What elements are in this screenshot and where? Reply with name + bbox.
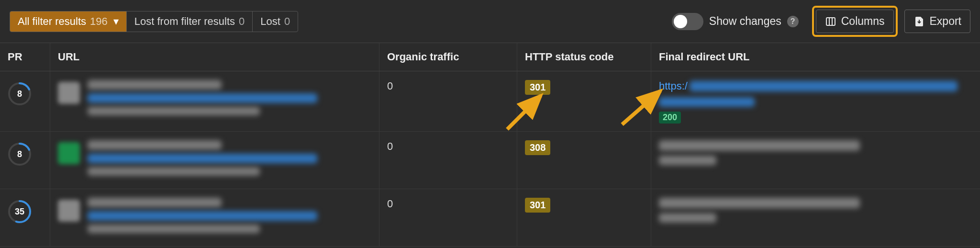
show-changes-control: Show changes ? (672, 13, 799, 30)
columns-button[interactable]: Columns (816, 10, 894, 33)
cell-traffic: 0 (379, 71, 517, 131)
filter-tabs: All filter results196▾Lost from filter r… (10, 11, 298, 32)
filter-tab-label: All filter results (18, 15, 86, 28)
col-header-url[interactable]: URL (50, 43, 379, 71)
pr-ring: 8 (8, 142, 32, 166)
redirect-url-redacted (659, 213, 716, 223)
help-icon[interactable]: ? (787, 16, 799, 27)
cell-url[interactable] (50, 71, 379, 131)
show-changes-toggle[interactable] (672, 13, 703, 30)
columns-icon (825, 16, 836, 27)
table-row: 35 0301 (0, 189, 980, 247)
filter-tab-count: 196 (90, 15, 108, 28)
chevron-down-icon: ▾ (113, 15, 119, 28)
redirect-url-redacted (659, 140, 860, 151)
columns-button-label: Columns (841, 15, 885, 28)
url-meta-redacted (88, 167, 260, 176)
cell-redirect-url[interactable] (651, 132, 980, 189)
cell-redirect-url[interactable] (651, 189, 980, 246)
url-title-redacted (88, 198, 222, 207)
pr-ring: 8 (8, 82, 32, 106)
url-meta-redacted (88, 107, 260, 115)
status-badge: 200 (659, 112, 681, 124)
redirect-url-redacted (659, 97, 755, 107)
filter-tab-label: Lost from filter results (134, 15, 235, 28)
filter-tab[interactable]: All filter results196▾ (10, 11, 127, 32)
url-link-redacted (88, 154, 317, 163)
results-table: PR URL Organic traffic HTTP status code … (0, 43, 980, 247)
favicon (58, 200, 80, 222)
redirect-url-redacted (690, 81, 958, 91)
url-link-redacted (88, 93, 317, 103)
columns-button-highlight: Columns (812, 6, 898, 37)
status-badge: 301 (525, 198, 550, 213)
export-button[interactable]: Export (904, 10, 970, 33)
redirect-url-redacted (659, 198, 860, 208)
cell-http-status: 308 (517, 132, 651, 189)
table-body: 8 0301https:/200 8 0308 35 0301 (0, 71, 980, 247)
pr-value: 35 (15, 207, 24, 217)
cell-traffic: 0 (379, 189, 517, 246)
url-title-redacted (88, 140, 222, 150)
cell-pr: 8 (0, 71, 50, 131)
favicon (58, 142, 80, 164)
url-title-redacted (88, 80, 222, 90)
filter-tab-count: 0 (284, 15, 290, 28)
pr-value: 8 (17, 149, 22, 159)
filter-tab[interactable]: Lost from filter results0 (127, 11, 253, 32)
filter-tab-label: Lost (260, 15, 280, 28)
pr-ring: 35 (8, 200, 32, 224)
cell-redirect-url[interactable]: https:/200 (651, 71, 980, 131)
export-button-label: Export (930, 15, 961, 28)
download-file-icon (913, 16, 925, 27)
url-link-redacted (88, 211, 317, 221)
table-row: 8 0308 (0, 132, 980, 189)
table-header: PR URL Organic traffic HTTP status code … (0, 43, 980, 71)
table-row: 8 0301https:/200 (0, 71, 980, 132)
cell-url[interactable] (50, 132, 379, 189)
cell-traffic: 0 (379, 132, 517, 189)
filter-tab[interactable]: Lost0 (253, 11, 298, 32)
url-meta-redacted (88, 225, 260, 233)
show-changes-label: Show changes (709, 15, 781, 28)
pr-value: 8 (17, 89, 22, 99)
redirect-url-prefix: https:/ (659, 80, 688, 92)
col-header-traffic[interactable]: Organic traffic (379, 43, 517, 71)
col-header-http[interactable]: HTTP status code (517, 43, 651, 71)
cell-http-status: 301 (517, 189, 651, 246)
cell-pr: 35 (0, 189, 50, 246)
col-header-pr[interactable]: PR (0, 43, 50, 71)
toolbar: All filter results196▾Lost from filter r… (0, 0, 980, 43)
redirect-url-redacted (659, 156, 716, 165)
cell-http-status: 301 (517, 71, 651, 131)
cell-pr: 8 (0, 132, 50, 189)
col-header-redirect[interactable]: Final redirect URL (651, 43, 980, 71)
svg-rect-0 (826, 18, 835, 25)
filter-tab-count: 0 (239, 15, 245, 28)
status-badge: 308 (525, 140, 550, 155)
status-badge: 301 (525, 80, 550, 95)
favicon (58, 82, 80, 104)
cell-url[interactable] (50, 189, 379, 246)
